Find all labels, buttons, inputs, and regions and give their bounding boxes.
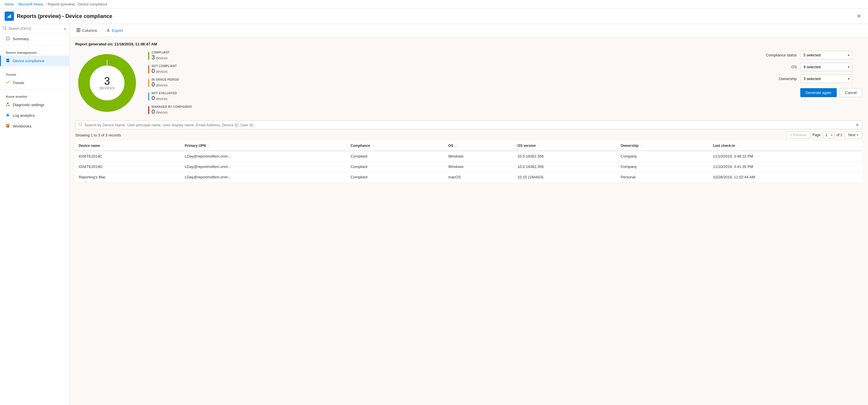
sidebar-divider-3	[0, 89, 69, 90]
legend-unit-configmgr: devices	[156, 110, 168, 114]
previous-button[interactable]: < Previous	[786, 132, 810, 138]
cell-last-checkin-1: 11/10/2019, 3:41:35 PM	[709, 162, 862, 172]
sort-icons-last-checkin: ↑↓	[737, 144, 740, 147]
legend-unit-compliant: devices	[156, 56, 168, 60]
report-body: Report generated on: 11/18/2019, 11:06:4…	[69, 37, 868, 187]
sidebar-item-summary[interactable]: Summary	[0, 34, 69, 44]
chart-legend: COMPLIANT 3 devices NOT	[148, 51, 192, 115]
legend-bar-grace-period	[148, 79, 149, 87]
breadcrumb-bar: Home › Microsoft Intune › Reports (previ…	[0, 0, 868, 9]
legend-bar-not-evaluated	[148, 93, 149, 101]
cell-ownership-0: Company	[617, 151, 709, 162]
cell-primary-upn-1: LDay@reportmsftem.onm...	[181, 162, 347, 172]
breadcrumb-sep-2: ›	[45, 3, 46, 6]
legend-item-configmgr: MANAGED BY CONFIGMGR 0 devices	[148, 105, 192, 115]
donut-center: 3 DEVICES	[99, 76, 115, 90]
left-section: 3 DEVICES COMPLIANT	[75, 51, 192, 115]
app-shell: Reports (preview) - Device compliance ✕ …	[0, 9, 868, 405]
sidebar-divider-2	[0, 67, 69, 68]
sidebar-item-device-compliance[interactable]: Device compliance	[0, 56, 69, 66]
legend-bar-not-compliant	[148, 65, 149, 73]
legend-category-compliant: COMPLIANT	[152, 51, 169, 54]
col-last-checkin[interactable]: Last check-in ↑↓	[709, 141, 862, 151]
os-select[interactable]: 9 selected	[800, 63, 852, 71]
col-ownership[interactable]: Ownership ↑↓	[617, 141, 709, 151]
page-select-wrap: 1	[823, 132, 834, 138]
sidebar-item-diagnostic-settings[interactable]: Diagnostic settings	[0, 99, 69, 110]
legend-count-compliant: 3	[152, 54, 155, 60]
svg-point-9	[7, 39, 8, 40]
svg-rect-26	[79, 28, 80, 32]
search-clear-button[interactable]: ✕	[856, 123, 859, 127]
sidebar-item-label-device-compliance: Device compliance	[13, 59, 44, 63]
col-device-name[interactable]: Device name ↑↓	[75, 141, 181, 151]
svg-line-31	[81, 125, 82, 126]
col-primary-upn[interactable]: Primary UPN ↑↓	[181, 141, 347, 151]
cell-device-name-0: IGNITE2019C	[75, 151, 181, 162]
cancel-button[interactable]: Cancel	[840, 88, 862, 97]
legend-count-configmgr: 0	[152, 108, 155, 115]
cell-compliance-1: Compliant	[347, 162, 445, 172]
search-bar-wrap: ✕	[75, 121, 862, 129]
sort-icons-device-name: ↑↓	[102, 144, 105, 147]
sidebar-item-log-analytics[interactable]: Log analytics	[0, 110, 69, 121]
sidebar-search-icon	[3, 26, 7, 31]
col-label-compliance: Compliance	[351, 144, 370, 148]
legend-category-configmgr: MANAGED BY CONFIGMGR	[152, 105, 192, 108]
os-label: OS	[762, 65, 797, 69]
sidebar-section-trends: Trends	[0, 69, 69, 77]
sidebar-item-label-log-analytics: Log analytics	[13, 113, 35, 117]
svg-rect-13	[8, 105, 9, 106]
breadcrumb-home[interactable]: Home	[5, 2, 14, 6]
breadcrumb-current: Reports (preview) - Device compliance	[48, 2, 107, 6]
columns-button[interactable]: Columns	[74, 27, 99, 34]
page-label: Page	[812, 133, 820, 137]
sidebar-item-workbooks[interactable]: Workbooks	[0, 121, 69, 132]
sidebar-collapse-button[interactable]: «	[64, 26, 66, 31]
breadcrumb-intune[interactable]: Microsoft Intune	[19, 2, 43, 6]
legend-count-not-compliant: 0	[152, 68, 155, 74]
sort-icons-ownership: ↑↓	[641, 144, 643, 147]
col-os-version[interactable]: OS version ↑↓	[514, 141, 617, 151]
sidebar-item-label-diagnostic-settings: Diagnostic settings	[13, 103, 44, 107]
sidebar-item-trends[interactable]: Trends	[0, 77, 69, 88]
chart-legend-container: 3 DEVICES COMPLIANT	[75, 51, 862, 115]
sidebar-section-azure-monitor: Azure monitor	[0, 91, 69, 99]
table-row: IGNITE2019D LDay@reportmsftem.onm... Com…	[75, 162, 862, 172]
col-os[interactable]: OS ↑↓	[445, 141, 514, 151]
cell-last-checkin-0: 11/10/2019, 3:46:31 PM	[709, 151, 862, 162]
cell-ownership-1: Company	[617, 162, 709, 172]
search-icon	[79, 123, 82, 127]
table-row: IGNITE2019C LDay@reportmsftem.onm... Com…	[75, 151, 862, 162]
filter-row-os: OS 9 selected	[762, 63, 862, 71]
log-analytics-icon	[6, 113, 10, 118]
table-search-input[interactable]	[85, 123, 853, 127]
page-title: Reports (preview) - Device compliance	[17, 13, 112, 20]
cell-last-checkin-2: 10/28/2019, 11:02:44 AM	[709, 172, 862, 182]
svg-rect-4	[7, 18, 8, 18]
ownership-select[interactable]: 3 selected	[800, 75, 852, 83]
svg-line-15	[8, 104, 9, 105]
cell-primary-upn-0: LDay@reportmsftem.onm...	[181, 151, 347, 162]
page-select[interactable]: 1	[823, 132, 834, 138]
donut-chart: 3 DEVICES	[75, 51, 139, 115]
sidebar-section-device-mgmt: Device management	[0, 47, 69, 56]
donut-total-number: 3	[99, 76, 115, 87]
close-button[interactable]: ✕	[855, 12, 863, 21]
generate-again-button[interactable]: Generate again	[800, 88, 837, 97]
svg-rect-25	[78, 28, 79, 32]
svg-line-14	[7, 104, 8, 105]
next-button[interactable]: Next >	[844, 132, 862, 138]
sidebar-search-input[interactable]	[8, 27, 62, 31]
compliance-status-select[interactable]: 5 selected	[800, 51, 852, 59]
svg-rect-3	[10, 14, 11, 18]
export-button[interactable]: Export	[104, 27, 125, 34]
legend-item-compliant: COMPLIANT 3 devices	[148, 51, 192, 60]
page-icon	[5, 11, 14, 21]
legend-bar-configmgr	[148, 106, 149, 114]
search-bar: ✕	[75, 121, 862, 129]
cell-device-name-1: IGNITE2019D	[75, 162, 181, 172]
cell-compliance-2: Compliant	[347, 172, 445, 182]
ownership-label: Ownership	[762, 77, 797, 81]
col-compliance[interactable]: Compliance ↑↓	[347, 141, 445, 151]
